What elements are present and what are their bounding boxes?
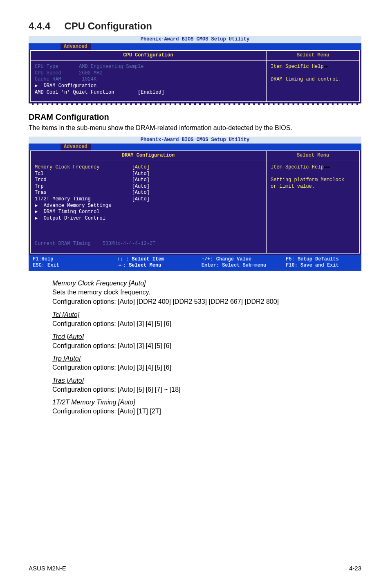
bios-left-content: CPU Type AMD Engineering Sample CPU Spee… [31, 61, 266, 101]
legend-updown: ↑↓ : Select Item [117, 256, 164, 262]
row-dram-timing-label: DRAM Timing Control [38, 209, 99, 215]
row-output-driver-label: Output Driver Control [38, 215, 105, 221]
param-trp-title: Trp [Auto] [52, 355, 361, 362]
help-arrows-icon: ▸▸▸ [324, 164, 330, 170]
section-heading: 4.4.4CPU Configuration [29, 20, 361, 32]
legend-col4: F5: Setup Defaults F10: Save and Exit [286, 256, 357, 269]
legend-leftright: →←: Select Menu [117, 263, 161, 268]
row-dram-conf: ▶ DRAM Configuration [35, 83, 262, 90]
param-block: Memory Clock Frequency [Auto] Sets the m… [52, 280, 361, 416]
row-cpu-speed: CPU Speed 2600 MHz [35, 70, 262, 77]
bios2-right-title: Select Menu [267, 151, 359, 161]
bios-menubar: Advanced [29, 43, 361, 50]
param-trp-opts: Configuration options: [Auto] [3] [4] [5… [52, 363, 361, 372]
bios2-left-panel: DRAM Configuration Memory Clock Frequenc… [30, 150, 267, 253]
help-header: Item Specific Help [271, 64, 324, 70]
bios-right-panel: Select Menu Item Specific Help▸▸ DRAM ti… [267, 50, 360, 102]
row-adv-mem: ▶ Advance Memory Settings [35, 203, 262, 209]
row-trp: Trp [Auto] [35, 184, 262, 190]
page-footer: ASUS M2N-E 4-23 [29, 562, 361, 572]
param-tras-title: Tras [Auto] [52, 377, 361, 384]
subsection-desc: The items in the sub-menu show the DRAM-… [29, 123, 361, 132]
row-cpu-type: CPU Type AMD Engineering Sample [35, 64, 262, 70]
legend-enter: Enter: Select Sub-menu [202, 263, 266, 268]
row-adv-mem-label: Advance Memory Settings [38, 203, 111, 209]
row-tcl: Tcl [Auto] [35, 171, 262, 177]
legend-f1: F1:Help [33, 256, 53, 262]
section-number: 4.4.4 [29, 20, 50, 32]
bios-help-content: Item Specific Help▸▸ DRAM timing and con… [267, 61, 359, 89]
row-dram-conf-label: DRAM Configuration [38, 83, 96, 89]
bios-cpu-config: Phoenix-Award BIOS CMOS Setup Utility Ad… [29, 36, 361, 105]
param-tcl-opts: Configuration options: [Auto] [3] [4] [5… [52, 319, 361, 328]
bios2-left-content: Memory Clock Frequency [Auto] Tcl [Auto]… [31, 161, 266, 253]
legend-col1: F1:Help ESC: Exit [33, 256, 112, 269]
legend-esc: ESC: Exit [33, 263, 59, 268]
bios2-help-content: Item Specific Help▸▸▸ Setting platform M… [267, 161, 359, 195]
bios-right-title: Select Menu [267, 51, 359, 61]
bios-left-panel: CPU Configuration CPU Type AMD Engineeri… [30, 50, 267, 102]
help2-body1: Setting platform Memclock [271, 177, 355, 184]
bios2-util-title: Phoenix-Award BIOS CMOS Setup Utility [29, 137, 361, 144]
row-1t2t: 1T/2T Memory Timing [Auto] [35, 196, 262, 203]
param-trcd-title: Trcd [Auto] [52, 333, 361, 341]
row-amd-cool: AMD Cool 'n' Quiet Function [Enabled] [35, 90, 262, 96]
bios-dram-config: Phoenix-Award BIOS CMOS Setup Utility Ad… [29, 137, 361, 271]
row-tras: Tras [Auto] [35, 190, 262, 196]
help2-header: Item Specific Help [271, 164, 324, 170]
bios2-menubar: Advanced [29, 144, 361, 150]
help-arrows-icon: ▸▸ [324, 64, 328, 70]
param-trcd-opts: Configuration options: [Auto] [3] [4] [5… [52, 341, 361, 350]
param-memclock-opts: Configuration options: [Auto] [DDR2 400]… [52, 297, 361, 306]
subsection-heading: DRAM Configuration [29, 112, 361, 122]
bios-tab-advanced: Advanced [61, 43, 91, 50]
param-tras-opts: Configuration options: [Auto] [5] [6] [7… [52, 385, 361, 394]
footer-left: ASUS M2N-E [29, 565, 66, 572]
legend-f5: F5: Setup Defaults [286, 256, 339, 262]
row-current-dram: Current DRAM Timing 533MHz-4-4-4-12-2T [35, 241, 262, 247]
param-tcl-title: Tcl [Auto] [52, 311, 361, 319]
param-memclock-title: Memory Clock Frequency [Auto] [52, 280, 361, 287]
row-mem-clock: Memory Clock Frequency [Auto] [35, 164, 262, 171]
bios-util-title: Phoenix-Award BIOS CMOS Setup Utility [29, 36, 361, 43]
row-trcd: Trcd [Auto] [35, 177, 262, 184]
param-1t2t-title: 1T/2T Memory Timing [Auto] [52, 399, 361, 406]
footer-right: 4-23 [349, 565, 361, 572]
row-output-driver: ▶ Output Driver Control [35, 215, 262, 222]
legend-col3: -/+: Change Value Enter: Select Sub-menu [202, 256, 281, 269]
row-dram-timing: ▶ DRAM Timing Control [35, 209, 262, 215]
bios2-right-panel: Select Menu Item Specific Help▸▸▸ Settin… [267, 150, 360, 253]
legend-col2: ↑↓ : Select Item →←: Select Menu [117, 256, 196, 269]
row-cache-ram: Cache RAM 1024K [35, 76, 262, 83]
bios2-tab-advanced: Advanced [61, 144, 91, 150]
bios-legend-bar: F1:Help ESC: Exit ↑↓ : Select Item →←: S… [29, 255, 361, 271]
bios-left-title: CPU Configuration [31, 51, 266, 61]
help-body: DRAM timing and control. [271, 76, 355, 83]
help2-body2: or limit value. [271, 184, 355, 190]
legend-change: -/+: Change Value [202, 256, 251, 262]
param-memclock-desc: Sets the memory clock frequency. [52, 288, 361, 297]
legend-f10: F10: Save and Exit [286, 263, 339, 268]
param-1t2t-opts: Configuration options: [Auto] [1T] [2T] [52, 407, 361, 416]
bios2-left-title: DRAM Configuration [31, 151, 266, 161]
section-title: CPU Configuration [64, 20, 152, 31]
